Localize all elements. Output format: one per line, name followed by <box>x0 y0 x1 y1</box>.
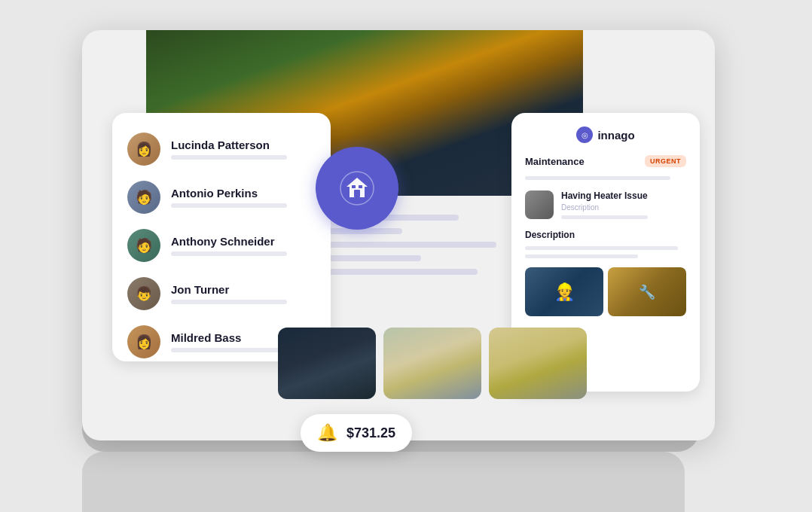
heater-thumbnail <box>525 190 554 219</box>
tenant-item[interactable]: 🧑 Anthony Schneider <box>112 221 331 270</box>
urgent-badge: URGENT <box>645 155 686 167</box>
heater-info: Having Heater Issue Description <box>561 190 648 219</box>
heater-issue-title: Having Heater Issue <box>561 190 648 201</box>
tenant-name: Anthony Schneider <box>171 235 316 248</box>
tenant-bar <box>171 203 287 208</box>
house-icon <box>337 169 377 208</box>
heater-issue-item[interactable]: Having Heater Issue Description <box>525 190 686 219</box>
tenant-item[interactable]: 👦 Jon Turner <box>112 270 331 318</box>
avatar: 👩 <box>127 325 160 358</box>
maintenance-header: Maintenance URGENT <box>525 155 686 167</box>
heater-desc-label: Description <box>561 203 648 212</box>
maintenance-bar <box>525 176 670 180</box>
main-container: 👩 Lucinda Patterson 🧑 Antonio Perkins <box>82 30 715 440</box>
tenant-bar <box>171 300 287 304</box>
app-logo-circle <box>316 147 398 230</box>
innago-brand-icon: ◎ <box>576 126 593 143</box>
tenant-info: Anthony Schneider <box>171 235 316 256</box>
maintenance-images <box>525 267 686 316</box>
description-title: Description <box>525 230 686 240</box>
description-section: Description <box>525 230 686 258</box>
tenant-item[interactable]: 👩 Lucinda Patterson <box>112 125 331 173</box>
maintenance-image-pipes <box>608 267 686 316</box>
tenant-info: Lucinda Patterson <box>171 139 316 160</box>
tenant-bar <box>171 348 287 352</box>
avatar: 👩 <box>127 133 160 166</box>
desc-bar <box>525 254 638 258</box>
avatar: 👦 <box>127 277 160 310</box>
avatar: 🧑 <box>127 229 160 262</box>
tenant-info: Antonio Perkins <box>171 187 316 208</box>
tenant-bar <box>171 251 287 256</box>
tenant-info: Jon Turner <box>171 283 316 304</box>
maintenance-image-worker <box>525 267 603 316</box>
maintenance-section-title: Maintenance <box>525 156 585 167</box>
innago-brand-name: innago <box>597 129 634 142</box>
svg-rect-1 <box>354 190 360 197</box>
tenant-name: Antonio Perkins <box>171 187 316 200</box>
innago-logo: ◎ innago <box>525 126 686 143</box>
svg-rect-2 <box>352 185 356 188</box>
avatar: 🧑 <box>127 181 160 214</box>
bell-icon: 🔔 <box>317 423 337 443</box>
tenant-panel: 👩 Lucinda Patterson 🧑 Antonio Perkins <box>112 113 331 361</box>
heater-bar <box>561 215 648 219</box>
tenant-name: Lucinda Patterson <box>171 139 316 151</box>
notification-amount: $731.25 <box>346 425 395 441</box>
property-thumbnails <box>278 328 587 399</box>
desc-bar <box>525 246 678 250</box>
svg-rect-3 <box>359 185 362 188</box>
tenant-name: Jon Turner <box>171 283 316 296</box>
property-thumb-2[interactable] <box>383 328 481 399</box>
property-thumb-3[interactable] <box>489 328 587 399</box>
property-thumb-1[interactable] <box>278 328 376 399</box>
tenant-bar <box>171 155 287 160</box>
notification-badge[interactable]: 🔔 $731.25 <box>301 414 412 452</box>
tenant-item[interactable]: 🧑 Antonio Perkins <box>112 173 331 221</box>
